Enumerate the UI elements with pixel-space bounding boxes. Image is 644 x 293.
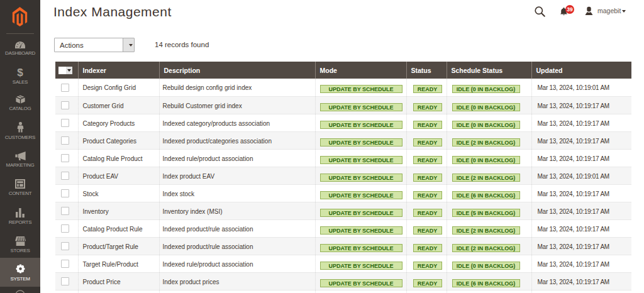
svg-text:$: $ [17, 67, 23, 77]
